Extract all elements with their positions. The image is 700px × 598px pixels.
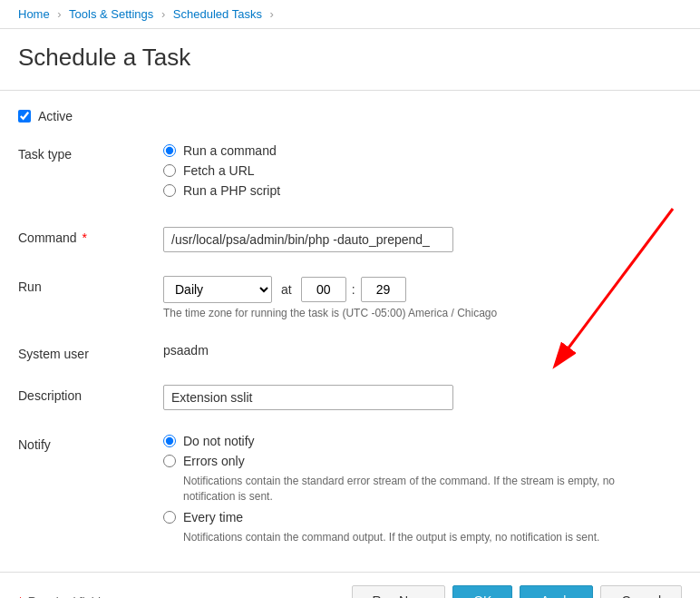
task-type-run-php: Run a PHP script <box>163 183 682 198</box>
time-separator: : <box>352 282 355 297</box>
notify-do-not-notify: Do not notify <box>163 434 682 448</box>
run-control-area: Daily Weekly Monthly Hourly Minutes at :… <box>163 276 682 319</box>
system-user-text: psaadm <box>163 339 209 358</box>
description-label: Description <box>18 385 163 403</box>
notify-every-time-description: Notifications contain the command output… <box>183 530 618 545</box>
notify-errors-only-radio[interactable] <box>163 455 176 467</box>
form-footer: * Required fields Run Now OK Apply Cance… <box>0 572 700 598</box>
required-note: * Required fields <box>18 594 345 598</box>
command-input-area <box>163 227 682 252</box>
description-input[interactable] <box>163 385 453 410</box>
run-now-button[interactable]: Run Now <box>352 585 446 598</box>
breadcrumb-tools-settings[interactable]: Tools & Settings <box>69 7 153 21</box>
page-header: Schedule a Task <box>0 29 700 91</box>
at-label: at <box>281 282 292 297</box>
notify-every-time-label[interactable]: Every time <box>183 510 243 524</box>
notify-errors-only-label[interactable]: Errors only <box>183 454 245 468</box>
task-type-label: Task type <box>18 143 163 162</box>
task-type-fetch-url-label[interactable]: Fetch a URL <box>183 163 255 178</box>
notify-label: Notify <box>18 434 163 452</box>
breadcrumb-sep-1: › <box>57 7 61 21</box>
run-schedule-select[interactable]: Daily Weekly Monthly Hourly Minutes <box>163 276 272 303</box>
run-hour-input[interactable] <box>301 277 346 302</box>
system-user-value: psaadm <box>163 343 682 358</box>
cancel-button[interactable]: Cancel <box>600 585 682 598</box>
task-type-run-command-label[interactable]: Run a command <box>183 143 277 158</box>
task-type-options: Run a command Fetch a URL Run a PHP scri… <box>163 143 682 203</box>
notify-options: Do not notify Errors only Notifications … <box>163 434 682 550</box>
notify-every-time: Every time <box>163 510 682 524</box>
notify-every-time-radio[interactable] <box>163 511 176 524</box>
task-type-fetch-url-radio[interactable] <box>163 164 176 177</box>
task-type-fetch-url: Fetch a URL <box>163 163 682 178</box>
command-required-star: * <box>79 230 87 245</box>
run-time-row: Daily Weekly Monthly Hourly Minutes at : <box>163 276 682 303</box>
task-type-run-php-label[interactable]: Run a PHP script <box>183 183 280 198</box>
run-label: Run <box>18 276 163 294</box>
breadcrumb-sep-3: › <box>270 7 274 21</box>
run-row: Run Daily Weekly Monthly Hourly Minutes … <box>18 272 682 323</box>
notify-do-not-notify-radio[interactable] <box>163 435 176 447</box>
apply-button[interactable]: Apply <box>520 585 593 598</box>
task-type-run-command: Run a command <box>163 143 682 158</box>
task-type-run-php-radio[interactable] <box>163 184 176 197</box>
command-row: Command * <box>18 223 682 256</box>
form-content: Active Task type Run a command Fetch a U… <box>0 91 700 572</box>
breadcrumb-home[interactable]: Home <box>18 7 50 21</box>
required-star-icon: * <box>18 594 23 598</box>
breadcrumb: Home › Tools & Settings › Scheduled Task… <box>0 0 700 29</box>
notify-do-not-notify-label[interactable]: Do not notify <box>183 434 255 448</box>
system-user-row: System user psaadm <box>18 339 682 365</box>
run-minute-input[interactable] <box>361 277 406 302</box>
breadcrumb-scheduled-tasks[interactable]: Scheduled Tasks <box>173 7 262 21</box>
command-label: Command * <box>18 227 163 245</box>
ok-button[interactable]: OK <box>452 585 512 598</box>
notify-row: Notify Do not notify Errors only Notific… <box>18 430 682 554</box>
breadcrumb-sep-2: › <box>161 7 165 21</box>
page-title: Schedule a Task <box>18 44 682 72</box>
task-type-row: Task type Run a command Fetch a URL Run … <box>18 140 682 207</box>
active-row: Active <box>18 109 682 123</box>
description-input-area <box>163 385 682 410</box>
active-checkbox[interactable] <box>18 110 31 123</box>
active-label[interactable]: Active <box>38 109 73 123</box>
command-input[interactable] <box>163 227 453 252</box>
description-row: Description <box>18 381 682 414</box>
task-type-run-command-radio[interactable] <box>163 144 176 157</box>
timezone-note: The time zone for running the task is (U… <box>163 307 682 319</box>
notify-errors-only-description: Notifications contain the standard error… <box>183 474 618 505</box>
notify-errors-only: Errors only <box>163 454 682 468</box>
system-user-label: System user <box>18 343 163 361</box>
